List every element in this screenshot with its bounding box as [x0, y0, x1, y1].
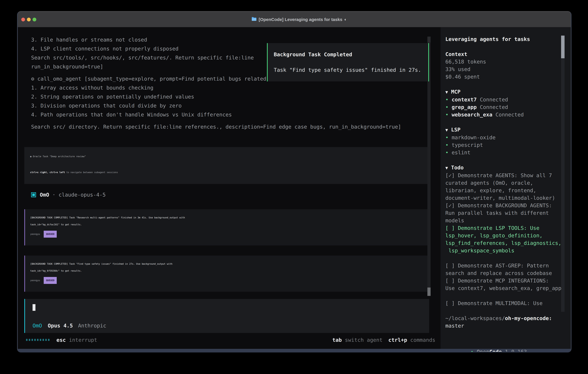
- context-used: 33% used: [445, 65, 571, 73]
- todo-item: [✓] Demonstrate BACKGROUND AGENTS: Run p…: [445, 202, 571, 224]
- mcp-section-header[interactable]: ▼ MCP: [445, 88, 571, 96]
- minimize-button[interactable]: [27, 18, 31, 21]
- agent-name: OmO: [40, 190, 49, 199]
- bullet-icon: •: [445, 104, 449, 110]
- traffic-lights: [21, 18, 36, 21]
- todo-item: [✓] Demonstrate AGENTS: Show all 7 curat…: [445, 172, 571, 202]
- moon-icon: ◐: [344, 17, 347, 22]
- lsp-item: • markdown-oxide: [445, 134, 571, 141]
- lsp-item: • typescript: [445, 141, 571, 149]
- status-badge: QUEUED: [44, 231, 57, 238]
- sidebar-scrollbar[interactable]: [561, 36, 565, 312]
- todo-section-header[interactable]: ▼ Todo: [445, 164, 571, 172]
- todo-item: [ ] Demonstrate MCP INTEGRATIONS: Use co…: [445, 277, 571, 292]
- mcp-item: • context7 Connected: [445, 96, 571, 104]
- todo-item: [ ] Demonstrate MULTIMODAL: Use: [445, 300, 571, 307]
- lsp-section: ▼ LSP • markdown-oxide • typescript • es…: [445, 126, 571, 156]
- bullet-icon: •: [445, 97, 449, 103]
- todo-item: [ ] Demonstrate AST-GREP: Pattern search…: [445, 262, 571, 277]
- background-task-message: [BACKGROUND TASK COMPLETED] Task "Resear…: [24, 209, 429, 245]
- omo-agent-icon: [31, 192, 36, 197]
- tab-key-label: switch agent: [342, 337, 383, 343]
- oracle-task-title: ◉ Oracle Task "Deep architecture review": [30, 152, 423, 161]
- scrollback-line: 3. File handles or streams not closed: [31, 35, 441, 44]
- collapse-arrow-icon: ▼: [445, 90, 448, 94]
- mcp-item: • grep_app Connected: [445, 104, 571, 111]
- chat-scrollbar-thumb[interactable]: [427, 288, 430, 296]
- collapse-arrow-icon: ▼: [445, 127, 448, 133]
- background-task-message: [BACKGROUND TASK COMPLETED] Task "Find t…: [24, 256, 429, 292]
- input-meta: OmO Opus 4.5 Anthropic: [32, 323, 423, 329]
- gear-icon: ⚙: [31, 76, 34, 82]
- tool-call-item: 3. Division operations that could divide…: [31, 101, 441, 110]
- todo-section: ▼ Todo [✓] Demonstrate AGENTS: Show all …: [445, 164, 571, 307]
- collapse-arrow-icon: ▼: [445, 165, 448, 170]
- context-section: Context 66,518 tokens 33% used $0.46 spe…: [445, 51, 571, 81]
- tool-call-item: 1. Array access without bounds checking: [31, 83, 441, 92]
- agent-header: OmO · claude-opus-4-5: [31, 190, 441, 199]
- status-badge: QUEUED: [44, 277, 57, 284]
- separator-dot: ·: [49, 190, 59, 199]
- mcp-item: • websearch_exa Connected: [445, 111, 571, 118]
- message-author: yeongyu: [30, 230, 40, 238]
- subagent-nav-hint: ctrl+x right, ctrl+x left to navigate be…: [30, 168, 423, 177]
- toast-body: Task "Find type safety issues" finished …: [274, 66, 423, 74]
- folder-icon: [242, 12, 257, 27]
- background-task-toast: Background Task Completed Task "Find typ…: [267, 43, 429, 82]
- app-version: • OpenCode 1.0.163: [445, 341, 571, 353]
- tool-call-tail: Search src/ directory. Return specific f…: [31, 122, 441, 131]
- mcp-section: ▼ MCP • context7 Connected • grep_app Co…: [445, 88, 571, 118]
- close-button[interactable]: [21, 18, 25, 21]
- message-line: task_id="bg_dcfac161" to get results.: [30, 221, 423, 228]
- oracle-task-card: ◉ Oracle Task "Deep architecture review"…: [24, 147, 429, 184]
- ctrlp-key-hint: ctrl+p: [388, 337, 407, 343]
- workspace-path-prefix: ~/local-workspaces/: [445, 315, 505, 321]
- esc-key-hint: esc: [56, 337, 66, 343]
- input-model-name: Opus 4.5: [48, 323, 73, 329]
- titlebar: [OpenCode] Leveraging agents for tasks ◐: [18, 12, 571, 27]
- bullet-icon: •: [445, 142, 449, 148]
- window-title: [OpenCode] Leveraging agents for tasks ◐: [242, 12, 347, 27]
- agent-model: claude-opus-4-5: [59, 190, 106, 199]
- lsp-item: • eslint: [445, 149, 571, 156]
- oracle-icon: ◉: [30, 155, 32, 158]
- toast-title: Background Task Completed: [274, 51, 423, 58]
- hint-keys: ctrl+x right, ctrl+x left: [30, 171, 65, 174]
- input-agent-name: OmO: [32, 323, 42, 329]
- workspace-branch: master: [445, 322, 571, 330]
- tool-call-item: 4. Path operations that don't handle Win…: [31, 110, 441, 119]
- status-bar: esc interrupt tab switch agent ctrl+p co…: [18, 333, 441, 349]
- workspace-repo: oh-my-opencode:: [505, 315, 552, 321]
- bullet-icon: •: [445, 135, 449, 140]
- context-spent: $0.46 spent: [445, 73, 571, 81]
- input-provider-name: Anthropic: [78, 323, 106, 329]
- sidebar-scrollbar-thumb[interactable]: [561, 36, 565, 58]
- lsp-section-header[interactable]: ▼ LSP: [445, 126, 571, 134]
- bullet-icon: •: [470, 349, 473, 353]
- zoom-button[interactable]: [32, 18, 36, 21]
- chat-pane: 3. File handles or streams not closed 4.…: [18, 27, 441, 349]
- ctrlp-key-label: commands: [407, 337, 435, 343]
- message-line: task_id="bg_6f59260c" to get results.: [30, 267, 423, 274]
- bullet-icon: •: [445, 150, 449, 156]
- workspace-info: ~/local-workspaces/oh-my-opencode: maste…: [445, 315, 571, 330]
- session-sidebar: Leveraging agents for tasks Context 66,5…: [441, 27, 571, 349]
- tab-key-hint: tab: [332, 337, 342, 343]
- terminal-window: [OpenCode] Leveraging agents for tasks ◐…: [17, 11, 571, 353]
- tool-call-item: 2. String operations on potentially unde…: [31, 92, 441, 101]
- window-title-text: [OpenCode] Leveraging agents for tasks: [259, 17, 342, 22]
- message-author: yeongyu: [30, 277, 40, 284]
- message-line: [BACKGROUND TASK COMPLETED] Task "Find t…: [30, 260, 423, 267]
- spinner-dots-icon: [26, 339, 50, 341]
- bullet-icon: •: [445, 112, 449, 118]
- prompt-input[interactable]: OmO Opus 4.5 Anthropic: [24, 299, 429, 333]
- message-line: [BACKGROUND TASK COMPLETED] Task "Resear…: [30, 214, 423, 221]
- text-cursor: [32, 304, 35, 311]
- hint-rest: to navigate between subagent sessions: [65, 171, 118, 174]
- context-tokens: 66,518 tokens: [445, 58, 571, 65]
- chat-scrollbar-cap: [427, 37, 430, 42]
- todo-item-active: [ ] Demonstrate LSP TOOLS: Use lsp_hover…: [445, 224, 571, 254]
- context-heading: Context: [445, 51, 571, 58]
- esc-key-label: interrupt: [66, 337, 97, 343]
- session-title: Leveraging agents for tasks: [445, 35, 571, 43]
